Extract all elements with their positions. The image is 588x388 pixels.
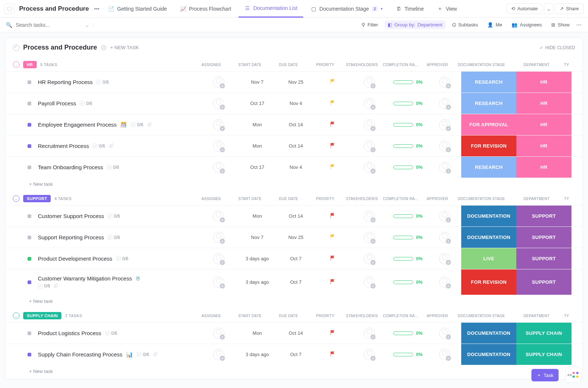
assignee-add[interactable] [213, 211, 224, 222]
col-stakeholders[interactable]: STAKEHOLDER/S [344, 314, 380, 318]
subtask-count[interactable]: 0/6 [38, 283, 50, 289]
stakeholder-add[interactable] [364, 119, 375, 130]
stage-cell[interactable]: DOCUMENTATION [461, 206, 516, 226]
col-approver[interactable]: APPROVER [421, 63, 454, 67]
status-square[interactable] [28, 280, 31, 284]
stakeholder-add[interactable] [364, 253, 375, 264]
status-square[interactable] [28, 80, 31, 84]
due-date[interactable]: Nov 25 [288, 79, 303, 85]
col-ty[interactable]: TY [564, 63, 575, 67]
col-department[interactable]: DEPARTMENT [509, 314, 564, 318]
search-icon[interactable]: 🔍 [6, 22, 12, 28]
col-approver[interactable]: APPROVER [421, 197, 454, 201]
assignee-add[interactable] [213, 328, 224, 339]
start-date[interactable]: Nov 7 [251, 235, 263, 240]
task-name[interactable]: Team Onboarding Process [38, 164, 103, 170]
workspace-icon[interactable] [4, 4, 15, 14]
start-date[interactable]: 3 days ago [245, 279, 269, 285]
task-row[interactable]: Recruitment Process 0/6 Mon Oct 14 0% FO… [6, 135, 582, 156]
task-name[interactable]: HR Reporting Process [38, 79, 93, 85]
stage-cell[interactable]: DOCUMENTATION [461, 344, 516, 365]
panel-toggle-icon[interactable] [13, 44, 19, 51]
department-cell[interactable]: SUPPLY CHAIN [516, 344, 571, 365]
col-priority[interactable]: PRIORITY [307, 63, 344, 67]
stakeholder-add[interactable] [364, 349, 375, 360]
approver-add[interactable] [439, 77, 450, 88]
stage-cell[interactable]: FOR REVISION [461, 269, 516, 295]
priority-flag-icon[interactable] [330, 79, 336, 86]
department-cell[interactable]: HR [516, 93, 571, 114]
department-cell[interactable]: HR [516, 157, 571, 178]
priority-flag-icon[interactable] [330, 164, 336, 171]
task-row[interactable]: Team Onboarding Process 0/6 Oct 17 Nov 4… [6, 156, 582, 178]
col-start-date[interactable]: START DATE [230, 197, 270, 201]
attachment-icon[interactable] [53, 283, 58, 289]
assignee-add[interactable] [213, 119, 224, 130]
status-square[interactable] [28, 144, 31, 148]
workspace-menu-icon[interactable]: ••• [93, 4, 101, 13]
col-stage[interactable]: DOCUMENTATION STAGE [454, 197, 509, 201]
completion-progress[interactable]: 0% [393, 352, 422, 357]
completion-progress[interactable]: 0% [393, 256, 422, 261]
groupby-button[interactable]: ◧ Group by: Department [385, 21, 445, 29]
col-ty[interactable]: TY [564, 314, 575, 318]
status-square[interactable] [28, 236, 31, 239]
subtask-count[interactable]: 0/6 [116, 256, 129, 261]
department-cell[interactable]: SUPPORT [516, 227, 571, 248]
assignee-add[interactable] [213, 349, 224, 360]
stage-cell[interactable]: LIVE [461, 248, 516, 269]
completion-progress[interactable]: 0% [393, 235, 422, 240]
approver-add[interactable] [439, 277, 450, 288]
workspace-title[interactable]: Process and Procedure [19, 5, 89, 12]
task-row[interactable]: HR Reporting Process 0/6 Nov 7 Nov 25 0%… [6, 71, 582, 93]
task-name[interactable]: Support Reporting Process [38, 234, 104, 240]
approver-add[interactable] [439, 211, 450, 222]
due-date[interactable]: Oct 14 [289, 122, 303, 127]
col-assignee[interactable]: ASSIGNEE [193, 314, 230, 318]
approver-add[interactable] [439, 119, 450, 130]
due-date[interactable]: Nov 4 [290, 164, 302, 170]
col-due-date[interactable]: DUE DATE [270, 63, 307, 67]
due-date[interactable]: Oct 7 [290, 279, 301, 285]
start-date[interactable]: Oct 17 [250, 164, 264, 170]
group-collapse-icon[interactable]: ⌵ [13, 312, 19, 319]
completion-progress[interactable]: 0% [393, 165, 422, 170]
assignees-button[interactable]: 👥Assignees [509, 21, 545, 29]
group-name-pill[interactable]: SUPPORT [23, 195, 51, 202]
col-assignee[interactable]: ASSIGNEE [193, 197, 230, 201]
start-date[interactable]: Oct 17 [250, 101, 264, 106]
search-input[interactable] [16, 22, 82, 28]
tab-documentation-list[interactable]: ☰ Documentation List [239, 0, 303, 18]
tab-timeline[interactable]: 🗓 Timeline [390, 0, 430, 18]
priority-flag-icon[interactable] [330, 351, 336, 358]
status-square[interactable] [28, 102, 31, 105]
stage-cell[interactable]: DOCUMENTATION [461, 227, 516, 248]
approver-add[interactable] [439, 232, 450, 243]
department-cell[interactable]: SUPPORT [516, 206, 571, 226]
col-stage[interactable]: DOCUMENTATION STAGE [454, 314, 509, 318]
task-row[interactable]: Employee Engagement Process 🎊 0/6 Mon Oc… [6, 114, 582, 135]
stakeholder-add[interactable] [364, 98, 375, 109]
task-row[interactable]: Customer Support Process 0/6 Mon Oct 14 … [6, 205, 582, 226]
task-row[interactable]: Product Logistics Process 0/6 Mon Oct 14… [6, 322, 582, 344]
approver-add[interactable] [439, 328, 450, 339]
attachment-icon[interactable] [109, 143, 114, 149]
automate-dropdown[interactable]: ⌵ [544, 3, 553, 14]
approver-add[interactable] [439, 98, 450, 109]
department-cell[interactable]: SUPPORT [516, 269, 571, 295]
department-cell[interactable]: HR [516, 72, 571, 93]
completion-progress[interactable]: 0% [393, 331, 422, 336]
completion-progress[interactable]: 0% [393, 80, 422, 85]
due-date[interactable]: Oct 14 [289, 143, 303, 149]
task-row[interactable]: Payroll Process 0/6 Oct 17 Nov 4 0% RESE… [6, 93, 582, 114]
start-date[interactable]: Mon [252, 330, 262, 336]
approver-add[interactable] [439, 162, 450, 173]
stakeholder-add[interactable] [364, 141, 375, 152]
priority-flag-icon[interactable] [330, 121, 336, 128]
info-icon[interactable]: i [101, 45, 107, 51]
attachment-icon[interactable] [153, 352, 158, 358]
department-cell[interactable]: HR [516, 114, 571, 135]
new-task-button[interactable]: + NEW TASK [110, 45, 139, 50]
status-square[interactable] [28, 257, 31, 261]
stage-cell[interactable]: FOR REVISION [461, 135, 516, 156]
